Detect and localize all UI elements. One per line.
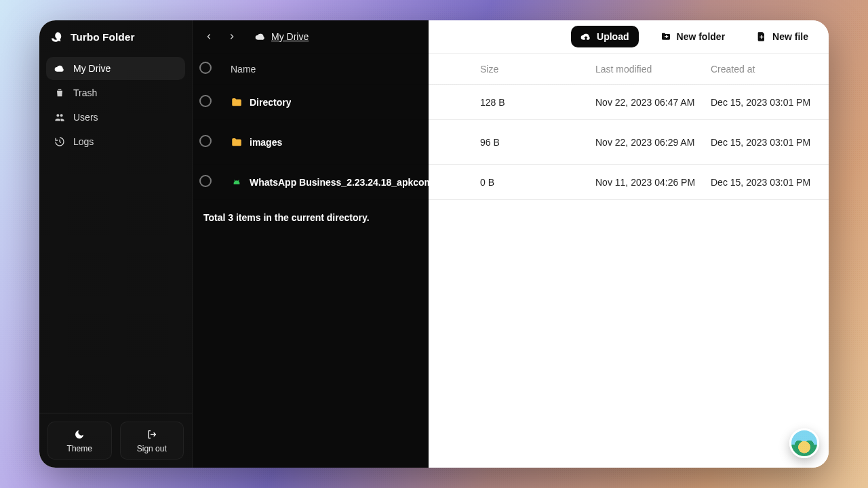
row-created: Dec 15, 2023 03:01 PM [711, 177, 819, 188]
row-checkbox[interactable] [199, 95, 231, 109]
checkbox-icon [199, 175, 212, 187]
checkbox-icon [199, 135, 212, 147]
sidebar-item-logs[interactable]: Logs [46, 130, 185, 153]
sidebar-item-mydrive[interactable]: My Drive [46, 57, 185, 80]
folder-icon [231, 136, 243, 148]
brand: Turbo Folder [39, 20, 192, 53]
sidebar-item-label: Logs [73, 136, 94, 147]
forward-button[interactable] [222, 27, 241, 46]
people-icon [54, 112, 65, 123]
col-size[interactable]: Size [480, 64, 595, 75]
rocket-icon [52, 31, 64, 43]
row-name: WhatsApp Business_2.23.24.18_apkcombo.co… [250, 177, 480, 188]
row-name: images [250, 137, 282, 148]
col-name[interactable]: Name [231, 64, 480, 75]
new-file-label: New file [772, 31, 808, 42]
sidebar-bottom: Theme Sign out [39, 413, 192, 468]
arrow-right-icon [227, 32, 237, 41]
back-button[interactable] [199, 27, 218, 46]
row-created: Dec 15, 2023 03:01 PM [711, 137, 819, 148]
table-row[interactable]: Directory 128 B Nov 22, 2023 06:47 AM De… [193, 85, 829, 120]
breadcrumb: My Drive [255, 31, 309, 42]
app-window: Turbo Folder My Drive Trash Users Logs [39, 20, 829, 468]
folder-icon [231, 96, 243, 108]
row-checkbox[interactable] [199, 135, 231, 149]
folder-plus-icon [660, 31, 671, 42]
trash-icon [54, 87, 65, 98]
row-size: 128 B [480, 97, 595, 108]
sidebar-nav: My Drive Trash Users Logs [39, 53, 192, 157]
row-size: 0 B [480, 177, 595, 188]
moon-icon [74, 429, 85, 440]
signout-button[interactable]: Sign out [120, 422, 184, 460]
row-modified: Nov 22, 2023 06:47 AM [595, 97, 711, 108]
row-checkbox[interactable] [199, 175, 231, 189]
cloud-icon [54, 63, 65, 74]
select-all-checkbox[interactable] [199, 62, 231, 76]
col-created[interactable]: Created at [711, 64, 819, 75]
sidebar-item-users[interactable]: Users [46, 106, 185, 129]
new-folder-label: New folder [677, 31, 726, 42]
row-modified: Nov 22, 2023 06:29 AM [595, 137, 711, 148]
theme-button[interactable]: Theme [47, 422, 112, 460]
breadcrumb-item[interactable]: My Drive [271, 31, 309, 42]
col-modified[interactable]: Last modified [595, 64, 711, 75]
sidebar-item-label: Users [73, 112, 98, 123]
cloud-icon [255, 31, 266, 42]
topbar: My Drive Upload New folder New file [193, 20, 829, 54]
checkbox-icon [199, 62, 212, 74]
file-plus-icon [756, 31, 767, 42]
signout-label: Sign out [137, 444, 167, 453]
main: My Drive Upload New folder New file [193, 20, 829, 468]
table-row[interactable]: images 96 B Nov 22, 2023 06:29 AM Dec 15… [193, 120, 829, 165]
signout-icon [146, 429, 157, 440]
sidebar-item-label: Trash [73, 87, 97, 98]
upload-label: Upload [597, 31, 629, 42]
avatar[interactable] [789, 428, 819, 458]
upload-button[interactable]: Upload [571, 26, 638, 47]
table-row[interactable]: WhatsApp Business_2.23.24.18_apkcombo.co… [193, 165, 829, 200]
checkbox-icon [199, 95, 212, 107]
arrow-left-icon [204, 32, 214, 41]
row-created: Dec 15, 2023 03:01 PM [711, 97, 819, 108]
row-size: 96 B [480, 137, 595, 148]
sidebar-item-label: My Drive [73, 63, 111, 74]
new-file-button[interactable]: New file [747, 26, 818, 47]
footer-summary: Total 3 items in the current directory. [193, 200, 829, 235]
cloud-upload-icon [580, 31, 591, 42]
history-icon [54, 136, 65, 147]
sidebar: Turbo Folder My Drive Trash Users Logs [39, 20, 193, 468]
android-icon [231, 176, 243, 188]
app-title: Turbo Folder [71, 31, 134, 43]
row-name: Directory [250, 97, 291, 108]
sidebar-item-trash[interactable]: Trash [46, 81, 185, 104]
row-modified: Nov 11, 2023 04:26 PM [595, 177, 711, 188]
table-header: Name Size Last modified Created at [193, 54, 829, 85]
topbar-right: Upload New folder New file [571, 26, 818, 47]
theme-label: Theme [67, 444, 92, 453]
new-folder-button[interactable]: New folder [651, 26, 735, 47]
topbar-left: My Drive [199, 27, 309, 46]
